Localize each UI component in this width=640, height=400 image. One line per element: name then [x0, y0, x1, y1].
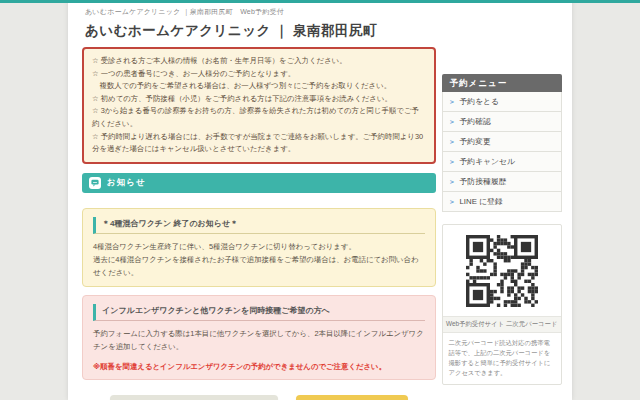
reserve-button[interactable]: 予約をとる	[296, 395, 408, 400]
sidebar-item-label: LINE に登録	[460, 196, 503, 207]
sidebar-item-confirm[interactable]: ＞ 予約確認	[442, 112, 562, 132]
speech-bubble-icon	[89, 177, 101, 189]
chevron-right-icon: ＞	[449, 117, 456, 127]
sidebar-item-cancel[interactable]: ＞ 予約キャンセル	[442, 152, 562, 172]
sidebar-item-reserve[interactable]: ＞ 予約をとる	[442, 92, 562, 112]
notice-line: ☆ 一つの患者番号につき、お一人様分のご予約となります。	[92, 68, 426, 81]
breadcrumb: あいむホームケアクリニック ｜泉南郡田尻町 Web予約受付	[68, 3, 572, 17]
sidebar-item-label: 予防接種履歴	[460, 176, 507, 187]
sidebar-item-label: 予約をとる	[460, 96, 500, 107]
qr-description: 二次元バーコード読込対応の携帯電話等で、上記の二次元バーコードを撮影すると簡単に…	[443, 333, 561, 380]
notice-line: ☆ 予約時間より遅れる場合には、お手数ですが当院までご連絡をお願いします。ご予約…	[92, 131, 426, 156]
important-notice-box: ☆ 受診される方ご本人様の情報（お名前・生年月日等）をご入力ください。 ☆ 一つ…	[82, 47, 436, 164]
sidebar-item-line-register[interactable]: ＞ LINE に登録	[442, 192, 562, 212]
chevron-right-icon: ＞	[449, 197, 456, 207]
news-section-title: お知らせ	[107, 177, 146, 189]
notice-line: ☆ 初めての方、予防接種（小児）をご予約される方は下記の注意事項をお読みください…	[92, 93, 426, 106]
news-body-line: 4種混合ワクチン生産終了に伴い、5種混合ワクチンに切り替わっております。	[93, 240, 425, 253]
news-item-body: 4種混合ワクチン生産終了に伴い、5種混合ワクチンに切り替わっております。 過去に…	[93, 240, 425, 279]
main-column: ☆ 受診される方ご本人様の情報（お名前・生年月日等）をご入力ください。 ☆ 一つ…	[82, 47, 436, 400]
refresh-button[interactable]: 最新の情報に更新する	[110, 395, 278, 400]
news-section-header: お知らせ	[82, 173, 436, 193]
sidebar: 予約メニュー ＞ 予約をとる ＞ 予約確認 ＞ 予約変更 ＞ 予約キャンセル ＞…	[442, 47, 562, 400]
notice-line: 複数人での予約をご希望される場合は、お一人様ずつ別々にご予約をお取りください。	[92, 80, 426, 93]
sidebar-item-vaccination-history[interactable]: ＞ 予防接種履歴	[442, 172, 562, 192]
notice-line: ☆ 3から始まる番号の診察券をお持ちの方、診察券を紛失された方は初めての方と同じ…	[92, 105, 426, 130]
news-item-body: 予約フォームに入力する際は1本目に他ワクチンを選択してから、2本目以降にインフル…	[93, 327, 425, 353]
sidebar-item-change[interactable]: ＞ 予約変更	[442, 132, 562, 152]
sidebar-item-label: 予約キャンセル	[460, 156, 516, 167]
news-body-line: 過去に4種混合ワクチンを接種されたお子様で追加接種をご希望の場合は、お電話にてお…	[93, 253, 425, 279]
sidebar-item-label: 予約確認	[460, 116, 491, 127]
news-card-vaccine-end: ＊4種混合ワクチン 終了のお知らせ＊ 4種混合ワクチン生産終了に伴い、5種混合ワ…	[82, 208, 436, 287]
reservation-menu-header: 予約メニュー	[442, 74, 562, 92]
news-item-title: ＊4種混合ワクチン 終了のお知らせ＊	[93, 217, 425, 234]
chevron-right-icon: ＞	[449, 97, 456, 107]
news-card-influenza: インフルエンザワクチンと他ワクチンを同時接種ご希望の方へ 予約フォームに入力する…	[82, 295, 436, 380]
notice-line: ☆ 受診される方ご本人様の情報（お名前・生年月日等）をご入力ください。	[92, 55, 426, 68]
qr-card: Web予約受付サイト 二次元バーコード 二次元バーコード読込対応の携帯電話等で、…	[442, 224, 562, 385]
action-buttons-row: 最新の情報に更新する 予約をとる	[82, 395, 436, 400]
chevron-right-icon: ＞	[449, 137, 456, 147]
qr-caption: Web予約受付サイト 二次元バーコード	[443, 316, 561, 333]
page-card: あいむホームケアクリニック ｜泉南郡田尻町 Web予約受付 あいむホームケアクリ…	[68, 0, 572, 400]
news-item-title: インフルエンザワクチンと他ワクチンを同時接種ご希望の方へ	[93, 304, 425, 321]
sidebar-item-label: 予約変更	[460, 136, 491, 147]
qr-code	[466, 235, 538, 307]
chevron-right-icon: ＞	[449, 157, 456, 167]
chevron-right-icon: ＞	[449, 177, 456, 187]
page-title: あいむホームケアクリニック ｜ 泉南郡田尻町	[68, 17, 572, 47]
top-accent-bar	[0, 0, 640, 3]
news-item-warning: ※順番を間違えるとインフルエンザワクチンの予約ができませんのでご注意ください。	[93, 362, 425, 372]
